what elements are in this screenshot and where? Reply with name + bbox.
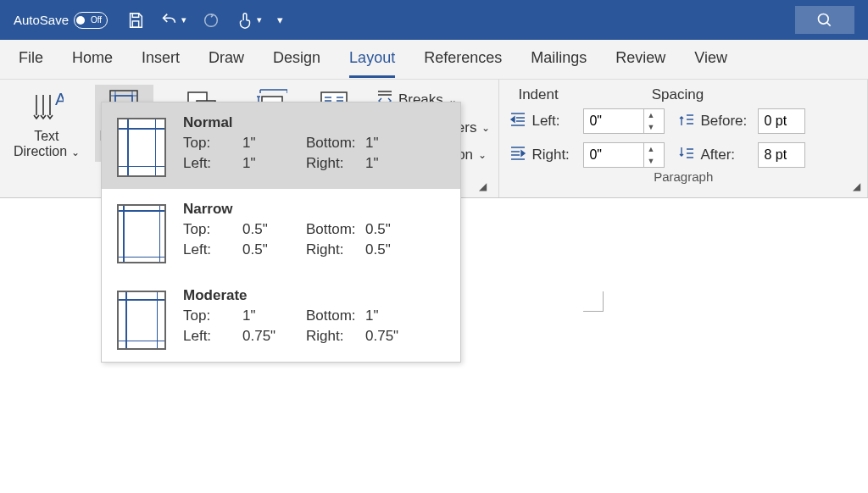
svg-point-3: [819, 14, 829, 24]
tab-home[interactable]: Home: [72, 41, 113, 78]
indent-right-label: Right:: [531, 147, 578, 163]
save-icon[interactable]: [126, 11, 145, 30]
ribbon-tabs: File Home Insert Draw Design Layout Refe…: [0, 40, 868, 80]
toggle-text: Off: [91, 15, 102, 25]
page-setup-dialog-launcher[interactable]: ◢: [479, 180, 487, 192]
svg-rect-0: [132, 13, 138, 17]
margin-option-name: Narrow: [183, 201, 445, 218]
spacing-title: Spacing: [652, 86, 704, 103]
tab-insert[interactable]: Insert: [142, 41, 180, 78]
spacing-before-icon: [678, 112, 695, 130]
spin-up[interactable]: ▲: [644, 143, 657, 155]
margin-option-name: Moderate: [183, 287, 445, 304]
margin-swatch-icon: [117, 118, 166, 177]
spin-down[interactable]: ▼: [644, 121, 657, 133]
spacing-before-input[interactable]: [759, 112, 803, 130]
indent-left-icon: [509, 112, 526, 130]
tab-design[interactable]: Design: [273, 41, 320, 78]
group-paragraph: Indent Spacing Left: ▲▼ Right: ▲▼ B: [499, 80, 868, 197]
touch-mode-button[interactable]: ▾: [236, 11, 262, 30]
autosave-label: AutoSave: [14, 13, 69, 27]
spacing-after-input[interactable]: [759, 146, 803, 164]
indent-left-label: Left:: [531, 113, 578, 130]
spacing-after-icon: [678, 146, 695, 164]
indent-right-input[interactable]: [584, 146, 643, 164]
indent-title: Indent: [518, 86, 558, 103]
margins-option-normal[interactable]: NormalTop:1"Left:1"Bottom:1"Right:1": [102, 102, 460, 189]
quick-access-toolbar: ▾ ▾ ▾: [126, 11, 283, 30]
tab-layout[interactable]: Layout: [349, 41, 395, 78]
spin-up[interactable]: ▲: [644, 109, 657, 121]
customize-qat-button[interactable]: ▾: [277, 14, 283, 26]
spacing-before-spinner[interactable]: [758, 108, 805, 134]
undo-button[interactable]: ▾: [160, 11, 186, 30]
spin-down[interactable]: ▼: [644, 155, 657, 167]
page-corner-mark: [583, 291, 604, 312]
indent-left-input[interactable]: [584, 112, 643, 130]
svg-point-2: [205, 14, 218, 26]
tab-view[interactable]: View: [694, 41, 727, 78]
search-button[interactable]: [795, 6, 854, 34]
tab-review[interactable]: Review: [615, 41, 665, 78]
text-direction-label-1: Text: [34, 129, 58, 143]
text-direction-button[interactable]: A TextDirection ⌄: [8, 85, 85, 162]
indent-right-icon: [509, 146, 526, 164]
paragraph-caption: Paragraph: [509, 168, 857, 187]
margin-swatch-icon: [117, 204, 166, 263]
redo-icon[interactable]: [202, 11, 220, 30]
tab-file[interactable]: File: [19, 41, 43, 78]
svg-rect-1: [132, 20, 138, 26]
margin-swatch-icon: [117, 291, 166, 350]
title-bar: AutoSave Off ▾ ▾ ▾: [0, 0, 868, 40]
autosave-control[interactable]: AutoSave Off: [14, 12, 108, 29]
tab-references[interactable]: References: [424, 41, 502, 78]
text-direction-icon: A: [30, 88, 64, 127]
spacing-after-spinner[interactable]: [758, 142, 805, 168]
margins-dropdown-menu: NormalTop:1"Left:1"Bottom:1"Right:1"Narr…: [101, 102, 461, 363]
margins-option-moderate[interactable]: ModerateTop:1"Left:0.75"Bottom:1"Right:0…: [102, 275, 460, 362]
spacing-before-label: Before:: [700, 113, 753, 130]
margin-option-name: Normal: [183, 114, 445, 131]
autosave-toggle[interactable]: Off: [74, 12, 108, 29]
spacing-after-label: After:: [700, 147, 753, 163]
tab-mailings[interactable]: Mailings: [531, 41, 587, 78]
margins-option-narrow[interactable]: NarrowTop:0.5"Left:0.5"Bottom:0.5"Right:…: [102, 189, 460, 275]
tab-draw[interactable]: Draw: [209, 41, 244, 78]
indent-right-spinner[interactable]: ▲▼: [583, 142, 665, 168]
paragraph-dialog-launcher[interactable]: ◢: [853, 180, 860, 192]
toggle-knob: [76, 16, 85, 25]
indent-left-spinner[interactable]: ▲▼: [583, 108, 665, 134]
svg-text:A: A: [55, 90, 64, 108]
text-direction-label-2: Direction: [14, 144, 67, 158]
